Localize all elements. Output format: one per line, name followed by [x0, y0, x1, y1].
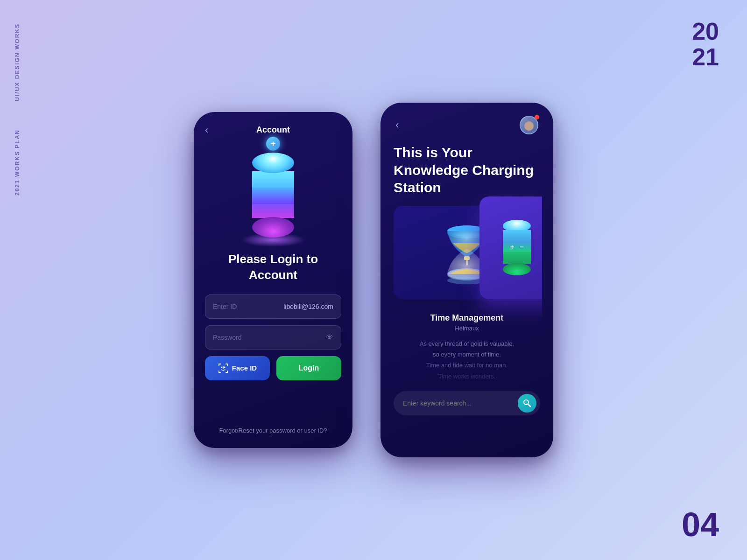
right-phone: ‹ This is Your Knowledge Charging Statio…: [381, 103, 553, 457]
back-button-right[interactable]: ‹: [395, 119, 399, 131]
search-button[interactable]: [518, 394, 536, 413]
item-subtitle: Heimaux: [395, 325, 538, 332]
desc-line-3: Time and tide wait for no man.: [395, 360, 538, 371]
item-description: As every thread of gold is valuable, so …: [395, 338, 538, 382]
side-text-container: UI/UX Design Works 2021 Works Plan: [14, 23, 21, 196]
svg-rect-5: [218, 371, 219, 373]
action-buttons: Face ID Login: [205, 356, 341, 380]
svg-line-19: [528, 404, 530, 406]
search-icon: [523, 399, 531, 407]
search-bar[interactable]: [394, 391, 540, 415]
notification-badge: [535, 115, 539, 119]
face-id-icon: [218, 363, 228, 373]
password-toggle-icon[interactable]: 👁: [326, 333, 333, 342]
desc-line-2: so every moment of time.: [395, 349, 538, 360]
back-button-left[interactable]: ‹: [205, 124, 208, 136]
small-battery-icon: + −: [498, 220, 536, 276]
forgot-text[interactable]: Forgot/Reset your password or user ID?: [219, 427, 327, 434]
right-phone-header: ‹: [394, 103, 540, 139]
phones-container: ‹ Account + Pleas: [194, 103, 553, 457]
knowledge-title: This is Your Knowledge Charging Station: [394, 139, 540, 206]
account-title: Account: [256, 125, 290, 135]
page-number: 04: [682, 508, 719, 541]
left-phone-header: ‹ Account: [205, 112, 341, 140]
email-value: libobill@126.com: [283, 303, 333, 310]
side-text-plan: 2021 Works Plan: [14, 129, 21, 196]
cylinder-stack: +: [252, 148, 294, 238]
login-button[interactable]: Login: [276, 356, 341, 380]
content-area: Time Management Heimaux As every thread …: [394, 313, 540, 382]
svg-rect-7: [227, 371, 228, 373]
svg-rect-1: [218, 364, 219, 366]
login-title: Please Login to Account: [228, 252, 318, 283]
avatar-container: [520, 116, 538, 134]
desc-line-1: As every thread of gold is valuable,: [395, 338, 538, 349]
desc-line-4: Time works wonders.: [395, 371, 538, 382]
svg-point-8: [221, 366, 222, 368]
svg-point-9: [224, 366, 225, 368]
face-id-label: Face ID: [232, 364, 257, 372]
plus-icon: +: [266, 137, 280, 151]
email-input-wrapper[interactable]: Enter ID libobill@126.com: [205, 294, 341, 319]
search-input[interactable]: [403, 399, 513, 407]
battery-illustration: +: [231, 144, 315, 247]
svg-rect-3: [227, 364, 228, 366]
side-text-design: UI/UX Design Works: [14, 23, 21, 101]
year-label: 20 21: [692, 19, 719, 70]
face-id-button[interactable]: Face ID: [205, 356, 270, 380]
password-placeholder: Password: [213, 334, 241, 341]
email-placeholder: Enter ID: [213, 303, 237, 310]
cards-section: + −: [394, 206, 540, 299]
battery-card[interactable]: + −: [479, 196, 542, 299]
item-title: Time Management: [395, 313, 538, 323]
left-phone: ‹ Account + Pleas: [194, 112, 352, 448]
password-input-wrapper[interactable]: Password 👁: [205, 325, 341, 350]
